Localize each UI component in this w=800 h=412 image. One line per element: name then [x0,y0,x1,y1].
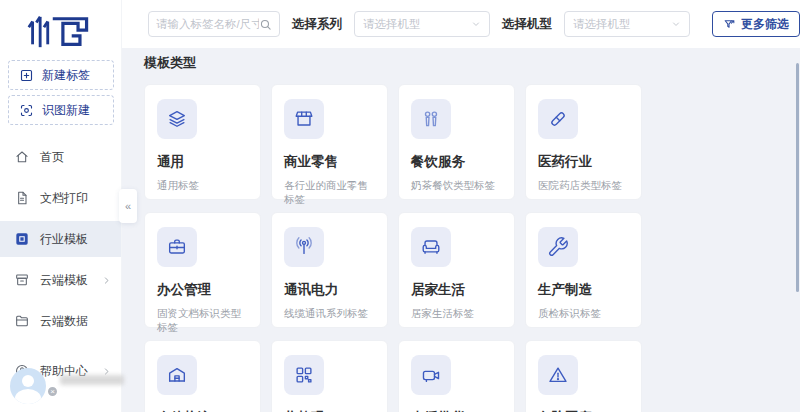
card-desc: 固资文档标识类型标签 [157,307,248,335]
sidebar-item-document-print[interactable]: 文档打印 [0,180,121,216]
brand-logo [0,0,121,55]
briefcase-icon [157,227,197,267]
sidebar-item-label: 文档打印 [40,190,88,207]
scan-icon [19,103,34,118]
sidebar-menu: 首页 文档打印 行业模板 [0,139,121,389]
wrench-icon [538,227,578,267]
warning-icon [538,355,578,395]
avatar[interactable] [10,368,46,404]
model-select[interactable]: 请选择机型 [564,11,690,37]
sidebar: 新建标签 识图新建 首页 文档打印 [0,0,122,412]
industry-template-icon [14,231,30,247]
model-label: 选择机型 [502,16,552,33]
sidebar-item-cloud-data[interactable]: 云端数据 [0,303,121,339]
section-title: 模板类型 [144,54,800,72]
card-title: 医药行业 [538,153,629,171]
label-search-box [148,11,280,37]
card-desc: 通用标签 [157,179,248,193]
new-label-button-label: 新建标签 [42,67,90,84]
username-redacted [60,375,124,385]
template-card-retail[interactable]: 商业零售 各行业的商业零售标签 [271,84,388,200]
avatar-status-badge: × [46,385,59,398]
card-title: 通用 [157,153,248,171]
sidebar-item-home[interactable]: 首页 [0,139,121,175]
card-desc: 各行业的商业零售标签 [284,179,375,207]
sidebar-item-label: 首页 [40,149,64,166]
template-card-manufacturing[interactable]: 生产制造 质检标识标签 [525,212,642,328]
sidebar-item-industry-templates[interactable]: 行业模板 [0,221,121,257]
template-card-home-life[interactable]: 居家生活 居家生活标签 [398,212,515,328]
model-select-placeholder: 请选择机型 [573,17,631,32]
template-card-warehouse[interactable]: 仓储物流 [144,340,261,412]
recognize-create-button[interactable]: 识图新建 [8,95,114,125]
chevron-down-icon [471,19,481,29]
card-desc: 奶茶餐饮类型标签 [411,179,502,193]
card-desc: 线缆通讯系列标签 [284,307,375,321]
card-title: 餐饮服务 [411,153,502,171]
template-type-section: 模板类型 通用 通用标签 商业零售 各行业的商业零售标签 [122,48,800,412]
template-card-office[interactable]: 办公管理 固资文档标识类型标签 [144,212,261,328]
card-title: 通讯电力 [284,281,375,299]
template-card-general[interactable]: 通用 通用标签 [144,84,261,200]
template-card-pharma[interactable]: 医药行业 医院药店类型标签 [525,84,642,200]
filter-toolbar: 选择系列 请选择机型 选择机型 请选择机型 更多筛选 [122,0,800,48]
storefront-icon [284,99,324,139]
series-label: 选择系列 [292,16,342,33]
template-card-grid: 通用 通用标签 商业零售 各行业的商业零售标签 餐饮服务 奶茶餐饮类型标签 [144,84,800,412]
sidebar-item-label: 云端模板 [40,272,88,289]
chevron-right-icon [102,276,111,285]
template-card-payment-code[interactable]: 收款码 [271,340,388,412]
layers-icon [157,99,197,139]
template-card-catering[interactable]: 餐饮服务 奶茶餐饮类型标签 [398,84,515,200]
recognize-create-button-label: 识图新建 [42,102,90,119]
more-filters-label: 更多筛选 [741,16,789,33]
chevron-down-icon [671,19,681,29]
card-title: 居家生活 [411,281,502,299]
card-title: 生产制造 [538,281,629,299]
card-title: 办公管理 [157,281,248,299]
document-print-icon [14,190,30,206]
sidebar-item-cloud-templates[interactable]: 云端模板 [0,262,121,298]
home-icon [14,149,30,165]
card-title: 商业零售 [284,153,375,171]
warehouse-icon [157,355,197,395]
sidebar-collapse-button[interactable]: « [119,189,137,223]
sidebar-item-label: 行业模板 [40,231,88,248]
cloud-template-icon [14,272,30,288]
sofa-icon [411,227,451,267]
card-desc: 居家生活标签 [411,307,502,321]
template-card-livestream[interactable]: 直播带货 [398,340,515,412]
cloud-data-icon [14,313,30,329]
drinks-icon [411,99,451,139]
card-desc: 医院药店类型标签 [538,179,629,193]
filter-icon [723,18,736,31]
antenna-icon [284,227,324,267]
qrcode-icon [284,355,324,395]
template-card-hazardous-waste[interactable]: 危险固废 [525,340,642,412]
more-filters-button[interactable]: 更多筛选 [712,11,800,37]
capsule-icon [538,99,578,139]
plus-square-icon [19,68,34,83]
new-label-button[interactable]: 新建标签 [8,60,114,90]
vertical-scrollbar[interactable] [796,63,799,292]
card-desc: 质检标识标签 [538,307,629,321]
video-camera-icon [411,355,451,395]
series-select[interactable]: 请选择机型 [354,11,490,37]
sidebar-item-label: 云端数据 [40,313,88,330]
user-profile: × [10,368,120,404]
search-input[interactable] [156,18,259,30]
search-icon[interactable] [259,18,272,31]
series-select-placeholder: 请选择机型 [363,17,421,32]
template-card-telecom[interactable]: 通讯电力 线缆通讯系列标签 [271,212,388,328]
